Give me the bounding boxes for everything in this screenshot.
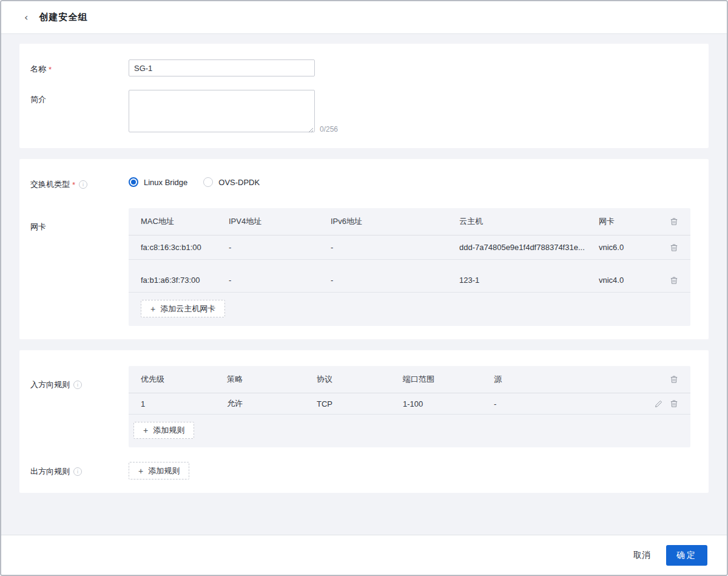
add-outbound-rule-label: 添加规则 xyxy=(148,466,180,476)
add-vm-nic-label: 添加云主机网卡 xyxy=(160,303,215,314)
cell-ipv6: - xyxy=(331,276,459,285)
description-label-text: 简介 xyxy=(30,94,46,105)
trash-icon[interactable] xyxy=(670,399,678,408)
cell-source: - xyxy=(494,399,650,408)
cell-mac: fa:c8:16:3c:b1:00 xyxy=(141,243,229,252)
cell-port-range: 1-100 xyxy=(403,399,494,408)
radio-ovs-dpdk[interactable]: OVS-DPDK xyxy=(203,177,260,187)
radio-unselected-icon[interactable] xyxy=(203,177,213,187)
switch-type-label: 交换机类型 * i xyxy=(30,175,129,190)
nic-table: MAC地址 IPV4地址 IPv6地址 云主机 网卡 xyxy=(129,208,690,326)
cell-nic: vnic6.0 xyxy=(599,243,666,252)
cell-protocol: TCP xyxy=(317,399,403,408)
cell-vm: 123-1 xyxy=(459,276,599,285)
add-inbound-rule-label: 添加规则 xyxy=(153,425,184,436)
outbound-rules-row: 出方向规则 i + 添加规则 xyxy=(30,462,698,479)
col-vm: 云主机 xyxy=(459,216,599,227)
nic-row: 网卡 MAC地址 IPV4地址 IPv6地址 云主机 网卡 xyxy=(30,208,698,326)
table-row: fa:c8:16:3c:b1:00 - - ddd-7a74805e9e1f4d… xyxy=(129,235,690,260)
footer-bar: 取消 确定 xyxy=(1,535,727,575)
page-title: 创建安全组 xyxy=(39,12,87,23)
plus-icon: + xyxy=(150,304,155,314)
col-mac: MAC地址 xyxy=(141,216,229,227)
cell-ipv4: - xyxy=(229,276,331,285)
cancel-button[interactable]: 取消 xyxy=(633,550,650,561)
col-source: 源 xyxy=(494,374,650,385)
basic-info-card: 名称 * 简介 xyxy=(19,44,709,148)
outbound-rules-label-text: 出方向规则 xyxy=(30,466,70,477)
edit-icon[interactable] xyxy=(655,400,662,408)
cell-nic: vnic4.0 xyxy=(599,276,666,285)
plus-icon: + xyxy=(143,425,148,435)
cell-ipv6: - xyxy=(331,243,459,252)
cell-ipv4: - xyxy=(229,243,331,252)
trash-icon[interactable] xyxy=(670,217,678,226)
confirm-button[interactable]: 确定 xyxy=(666,545,707,566)
create-security-group-page: ‹ 创建安全组 名称 * 简介 xyxy=(0,0,728,576)
plus-icon: + xyxy=(138,466,143,476)
info-icon: i xyxy=(79,180,87,189)
description-textarea[interactable] xyxy=(129,90,315,132)
trash-icon[interactable] xyxy=(670,375,678,384)
required-asterisk: * xyxy=(72,180,75,189)
radio-label: OVS-DPDK xyxy=(218,178,260,187)
trash-icon[interactable] xyxy=(670,243,678,252)
required-asterisk: * xyxy=(49,65,52,74)
inbound-table-header: 优先级 策略 协议 端口范围 源 xyxy=(129,366,690,393)
back-icon[interactable]: ‹ xyxy=(24,13,28,22)
info-icon: i xyxy=(73,381,82,389)
col-priority: 优先级 xyxy=(141,374,227,385)
cell-policy: 允许 xyxy=(227,398,317,409)
add-inbound-rule-button[interactable]: + 添加规则 xyxy=(133,422,194,439)
name-row: 名称 * xyxy=(30,59,698,76)
cell-mac: fa:b1:a6:3f:73:00 xyxy=(141,276,229,285)
outbound-rules-area: + 添加规则 xyxy=(129,462,690,479)
description-label: 简介 xyxy=(30,90,129,105)
description-row: 简介 0/256 xyxy=(30,90,698,135)
outbound-rules-label: 出方向规则 i xyxy=(30,462,129,477)
table-row: fa:b1:a6:3f:73:00 - - 123-1 vnic4.0 xyxy=(129,268,690,293)
inbound-rules-row: 入方向规则 i 优先级 策略 协议 端口范围 源 xyxy=(30,366,698,447)
cell-vm: ddd-7a74805e9e1f4df788374f31e... xyxy=(459,243,599,252)
inbound-rules-table: 优先级 策略 协议 端口范围 源 1 xyxy=(129,366,690,447)
table-row: 1 允许 TCP 1-100 - xyxy=(129,393,690,415)
col-nic: 网卡 xyxy=(599,216,666,227)
page-header: ‹ 创建安全组 xyxy=(1,1,727,34)
switch-type-label-text: 交换机类型 xyxy=(30,179,70,190)
name-label-text: 名称 xyxy=(30,64,46,75)
nic-label-text: 网卡 xyxy=(30,222,46,232)
form-content: 名称 * 简介 xyxy=(1,34,727,535)
network-card: 交换机类型 * i Linux Bridge OVS-DPDK xyxy=(19,159,709,339)
name-label: 名称 * xyxy=(30,59,129,75)
radio-selected-icon[interactable] xyxy=(129,177,138,187)
cell-priority: 1 xyxy=(141,399,227,408)
radio-linux-bridge[interactable]: Linux Bridge xyxy=(129,177,187,187)
name-field-area xyxy=(129,59,690,76)
inbound-rules-table-area: 优先级 策略 协议 端口范围 源 1 xyxy=(129,366,690,447)
col-policy: 策略 xyxy=(227,374,317,385)
col-ipv4: IPV4地址 xyxy=(229,216,331,227)
radio-label: Linux Bridge xyxy=(144,178,187,187)
col-port-range: 端口范围 xyxy=(403,374,494,385)
add-outbound-rule-button[interactable]: + 添加规则 xyxy=(129,462,189,479)
nic-label: 网卡 xyxy=(30,208,129,232)
info-icon: i xyxy=(73,467,82,476)
name-input[interactable] xyxy=(129,59,315,76)
trash-icon[interactable] xyxy=(670,276,678,285)
col-ipv6: IPv6地址 xyxy=(331,216,459,227)
nic-table-area: MAC地址 IPV4地址 IPv6地址 云主机 网卡 xyxy=(129,208,690,326)
char-counter: 0/256 xyxy=(320,125,338,135)
switch-type-row: 交换机类型 * i Linux Bridge OVS-DPDK xyxy=(30,175,698,190)
inbound-rules-label-text: 入方向规则 xyxy=(30,379,70,390)
rules-card: 入方向规则 i 优先级 策略 协议 端口范围 源 xyxy=(19,350,709,493)
add-vm-nic-button[interactable]: + 添加云主机网卡 xyxy=(141,300,225,317)
switch-type-options: Linux Bridge OVS-DPDK xyxy=(129,175,690,187)
inbound-rules-label: 入方向规则 i xyxy=(30,366,129,390)
nic-table-header: MAC地址 IPV4地址 IPv6地址 云主机 网卡 xyxy=(129,208,690,235)
description-field-area: 0/256 xyxy=(129,90,690,135)
col-protocol: 协议 xyxy=(317,374,403,385)
